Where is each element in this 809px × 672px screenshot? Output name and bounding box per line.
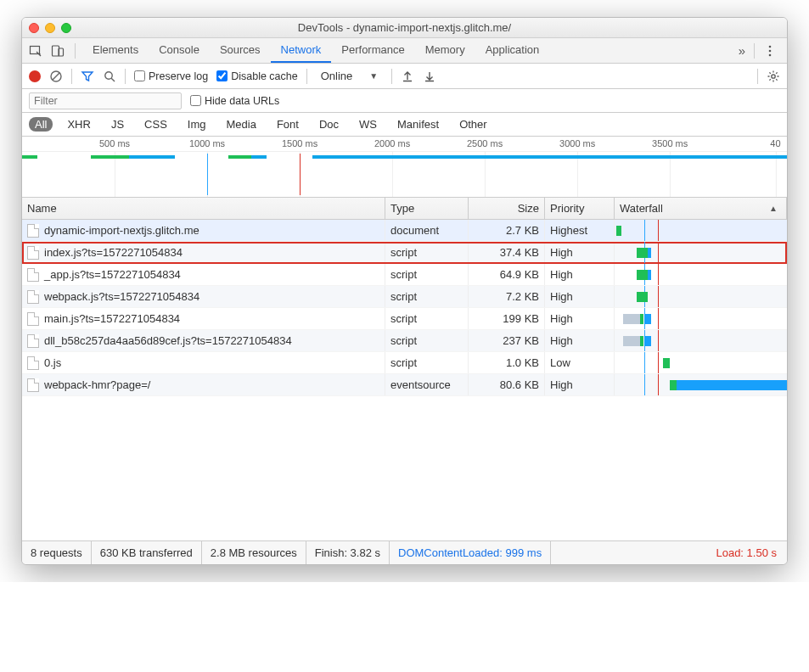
settings-gear-icon[interactable] [767, 70, 780, 83]
preserve-log-input[interactable] [134, 70, 145, 81]
type-img[interactable]: Img [182, 117, 212, 132]
cell-size: 2.7 KB [469, 220, 545, 241]
tick: 2000 ms [374, 138, 410, 148]
type-css[interactable]: CSS [138, 117, 173, 132]
type-other[interactable]: Other [453, 117, 493, 132]
svg-rect-1 [53, 46, 59, 56]
hide-data-urls-input[interactable] [190, 95, 201, 106]
cell-name: webpack-hmr?page=/ [22, 374, 385, 395]
separator [75, 43, 76, 59]
throttling-select[interactable]: Online ▼ [316, 70, 383, 82]
timeline-overview[interactable]: 500 ms 1000 ms 1500 ms 2000 ms 2500 ms 3… [22, 137, 787, 198]
table-row[interactable]: dll_b58c257da4aa56d89cef.js?ts=157227105… [22, 330, 787, 352]
status-dcl: DOMContentLoaded: 999 ms [390, 541, 551, 564]
col-name[interactable]: Name [22, 198, 385, 219]
table-row[interactable]: main.js?ts=1572271054834script199 KBHigh [22, 308, 787, 330]
hide-data-urls-checkbox[interactable]: Hide data URLs [190, 95, 279, 107]
table-row[interactable]: webpack.js?ts=1572271054834script7.2 KBH… [22, 286, 787, 308]
status-bar: 8 requests 630 KB transferred 2.8 MB res… [22, 540, 787, 564]
tabs-overflow-button[interactable]: » [739, 43, 745, 58]
type-js[interactable]: JS [105, 117, 130, 132]
col-type[interactable]: Type [385, 198, 469, 219]
table-row[interactable]: 0.jsscript1.0 KBLow [22, 352, 787, 374]
tab-application[interactable]: Application [475, 38, 550, 63]
svg-line-7 [53, 73, 59, 80]
filter-icon[interactable] [81, 70, 94, 83]
cell-waterfall [615, 374, 787, 395]
cell-waterfall [615, 308, 787, 329]
file-icon [27, 268, 39, 282]
tick: 1500 ms [282, 138, 317, 148]
kebab-menu-icon[interactable] [763, 44, 777, 58]
svg-point-3 [769, 45, 772, 48]
cell-size: 237 KB [469, 330, 545, 351]
cell-priority: High [545, 308, 615, 329]
disable-cache-input[interactable] [216, 70, 228, 81]
svg-point-5 [769, 53, 772, 56]
zoom-window-button[interactable] [61, 23, 71, 33]
record-button[interactable] [29, 70, 41, 82]
table-row[interactable]: webpack-hmr?page=/eventsource80.6 KBHigh [22, 374, 787, 396]
tab-list: Elements Console Sources Network Perform… [82, 38, 549, 63]
filter-input[interactable] [29, 92, 182, 109]
col-size[interactable]: Size [469, 198, 545, 219]
minimize-window-button[interactable] [45, 23, 55, 33]
disable-cache-checkbox[interactable]: Disable cache [216, 70, 298, 82]
cell-name: 0.js [22, 352, 385, 373]
tab-memory[interactable]: Memory [415, 38, 475, 63]
separator [754, 43, 755, 59]
window-title: DevTools - dynamic-import-nextjs.glitch.… [22, 21, 787, 34]
preserve-log-label: Preserve log [149, 70, 208, 82]
type-manifest[interactable]: Manifest [391, 117, 445, 132]
type-xhr[interactable]: XHR [61, 117, 96, 132]
import-har-icon[interactable] [401, 70, 414, 83]
type-ws[interactable]: WS [353, 117, 383, 132]
file-name: dll_b58c257da4aa56d89cef.js?ts=157227105… [44, 334, 292, 347]
tab-sources[interactable]: Sources [210, 38, 271, 63]
separator [757, 69, 758, 84]
type-filter-bar: All XHR JS CSS Img Media Font Doc WS Man… [22, 113, 787, 137]
status-resources: 2.8 MB resources [202, 541, 306, 564]
panel-tabs: Elements Console Sources Network Perform… [22, 38, 787, 64]
tab-elements[interactable]: Elements [82, 38, 149, 63]
timeline-ticks: 500 ms 1000 ms 1500 ms 2000 ms 2500 ms 3… [22, 137, 787, 152]
tab-console[interactable]: Console [149, 38, 210, 63]
file-icon [27, 378, 39, 392]
cell-name: _app.js?ts=1572271054834 [22, 264, 385, 285]
type-media[interactable]: Media [220, 117, 261, 132]
cell-priority: Low [545, 352, 615, 373]
table-row[interactable]: dynamic-import-nextjs.glitch.medocument2… [22, 220, 787, 242]
file-icon [27, 290, 39, 304]
type-doc[interactable]: Doc [313, 117, 345, 132]
svg-point-4 [769, 49, 772, 52]
export-har-icon[interactable] [423, 70, 436, 83]
inspect-controls [29, 44, 75, 58]
search-icon[interactable] [103, 70, 116, 83]
separator [391, 69, 392, 84]
close-window-button[interactable] [29, 23, 39, 33]
col-priority[interactable]: Priority [545, 198, 615, 219]
timeline-bars [22, 154, 787, 195]
file-icon [27, 334, 39, 348]
cell-waterfall [615, 330, 787, 351]
device-toolbar-icon[interactable] [51, 44, 65, 58]
cell-name: main.js?ts=1572271054834 [22, 308, 385, 329]
col-waterfall[interactable]: Waterfall ▲ [615, 198, 787, 219]
file-name: webpack.js?ts=1572271054834 [44, 290, 199, 303]
column-headers: Name Type Size Priority Waterfall ▲ [22, 198, 787, 220]
inspect-element-icon[interactable] [29, 44, 42, 58]
type-all[interactable]: All [29, 117, 53, 132]
type-font[interactable]: Font [271, 117, 305, 132]
tab-performance[interactable]: Performance [331, 38, 414, 63]
cell-type: script [385, 242, 469, 263]
hide-data-urls-label: Hide data URLs [205, 95, 279, 107]
table-row[interactable]: index.js?ts=1572271054834script37.4 KBHi… [22, 242, 787, 264]
tick: 1000 ms [189, 138, 225, 148]
table-row[interactable]: _app.js?ts=1572271054834script64.9 KBHig… [22, 264, 787, 286]
clear-icon[interactable] [49, 70, 63, 83]
tab-network[interactable]: Network [271, 38, 332, 63]
svg-line-9 [111, 78, 115, 81]
cell-priority: High [545, 286, 615, 307]
preserve-log-checkbox[interactable]: Preserve log [134, 70, 208, 82]
cell-priority: High [545, 374, 615, 395]
